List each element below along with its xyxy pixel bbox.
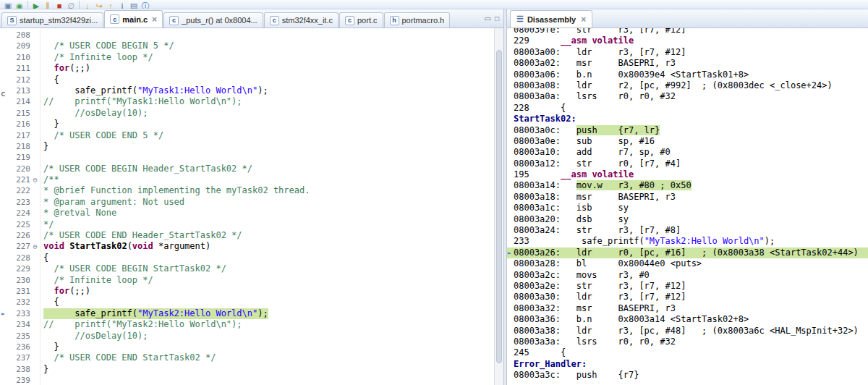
disassembly-line[interactable]: 08003a18: msr BASEPRI, r3	[507, 192, 868, 203]
disassembly-icon: ☰	[516, 14, 524, 24]
code-line-239[interactable]: 239	[0, 375, 494, 385]
code-line-219[interactable]: 219	[0, 152, 494, 163]
disassembly-line[interactable]: 08003a32: msr BASEPRI, r3	[507, 303, 868, 314]
code-line-222[interactable]: 222* @brief Function implementing the my…	[0, 185, 494, 196]
code-line-215[interactable]: 215 //osDelay(10);	[0, 108, 494, 119]
minimized-view-label[interactable]: c	[1, 89, 6, 98]
code-line-229[interactable]: 229 /* USER CODE BEGIN StartTask02 */	[0, 263, 494, 274]
step-over-icon[interactable]: ↪	[93, 1, 105, 9]
code-line-209[interactable]: 209 /* USER CODE BEGIN 5 */	[0, 41, 494, 51]
instruction-pointer-icon: ►	[1, 309, 5, 318]
suspend-icon[interactable]: ∥	[42, 1, 54, 9]
code-line-236[interactable]: 236 }	[0, 342, 494, 352]
disassembly-line[interactable]: 08003a2e: str r3, [r7, #12]	[507, 281, 868, 292]
disassembly-line[interactable]: 08003a00: ldr r3, [r7, #12]	[507, 47, 868, 58]
disassembly-line[interactable]: StartTask02:	[507, 114, 868, 124]
scrollbar-thumb[interactable]	[496, 50, 502, 364]
code-line-221[interactable]: 221⊖/**	[0, 174, 494, 185]
disassembly-line[interactable]: 08003a36: b.n 0x8003a14 <StartTask02+8>	[507, 314, 868, 325]
disassembly-line[interactable]: 08003a2c: movs r3, #0	[507, 270, 868, 281]
close-icon[interactable]: ×	[581, 15, 586, 24]
code-line-208[interactable]: 208	[0, 30, 494, 41]
disassembly-line[interactable]: 228 {	[507, 103, 868, 114]
disassembly-line[interactable]: 229 __asm volatile	[507, 35, 868, 46]
disassembly-line[interactable]: 245 {	[507, 347, 868, 358]
close-icon[interactable]: ×	[152, 15, 157, 24]
editor-tab-puts-r[interactable]: c_puts_r() at 0x8004...	[163, 12, 263, 28]
step-return-icon[interactable]: ↑	[105, 1, 116, 9]
code-line-235[interactable]: 235 //osDelay(10);	[0, 331, 494, 342]
code-line-238[interactable]: 238}	[0, 364, 494, 375]
disassembly-line[interactable]: 08003a30: ldr r3, [r7, #12]	[507, 292, 868, 302]
disassembly-line[interactable]: 08003a12: str r0, [r7, #4]	[507, 158, 868, 169]
code-line-227[interactable]: 227⊖void StartTask02(void *argument)	[0, 241, 494, 252]
disassembly-line[interactable]: 08003a1c: isb sy	[507, 203, 868, 213]
code-line-237[interactable]: 237 /* USER CODE END StartTask02 */	[0, 352, 494, 363]
code-line-234[interactable]: 234// printf("MyTask2:Hello World\n");	[0, 319, 494, 330]
disassembly-line[interactable]: ►08003a26: ldr r0, [pc, #16] ; (0x8003a3…	[507, 248, 868, 258]
disassembly-line[interactable]: 08003a0a: lsrs r0, r0, #32	[507, 91, 868, 102]
code-line-214[interactable]: 214// printf("MyTask1:Hello World\n");	[0, 96, 494, 107]
memory-view-icon[interactable]: ▤	[128, 1, 140, 9]
code-line-232[interactable]: 232 {	[0, 297, 494, 308]
maximize-icon[interactable]: □	[495, 14, 499, 22]
disassembly-line[interactable]: 08003a3a: lsrs r0, r0, #32	[507, 337, 868, 347]
code-line-228[interactable]: 228{	[0, 253, 494, 263]
code-line-223[interactable]: 223* @param argument: Not used	[0, 197, 494, 208]
line-number: 237	[11, 352, 30, 363]
code-line-233[interactable]: ►233 safe_printf("MyTask2:Hello World\n"…	[0, 308, 494, 319]
code-line-211[interactable]: 211 for(;;)	[0, 63, 494, 74]
fold-collapse-icon[interactable]: ⊖	[33, 176, 37, 184]
line-number: 216	[11, 119, 30, 130]
disassembly-line[interactable]: 195 __asm volatile	[507, 169, 868, 180]
disassembly-line[interactable]: 08003a3c: push {r7}	[507, 370, 868, 381]
disassembly-line[interactable]: 08003a38: ldr r3, [pc, #48] ; (0x8003a6c…	[507, 326, 868, 337]
disassembly-line[interactable]: 080039fe: str r3, [r7, #12]	[507, 28, 868, 35]
code-line-212[interactable]: 212 {	[0, 75, 494, 85]
step-into-icon[interactable]: ↓	[82, 1, 93, 9]
code-line-213[interactable]: 213 safe_printf("MyTask1:Hello World\n")…	[0, 85, 494, 96]
editor-tab-main-c[interactable]: cmain.c×	[104, 10, 163, 28]
code-line-225[interactable]: 225*/	[0, 219, 494, 230]
code-line-217[interactable]: 217 /* USER CODE END 5 */	[0, 130, 494, 141]
minimize-icon[interactable]: ▭	[485, 14, 491, 22]
code-line-220[interactable]: 220/* USER CODE BEGIN Header_StartTask02…	[0, 164, 494, 174]
disassembly-line[interactable]: 08003a20: dsb sy	[507, 214, 868, 225]
disassembly-line[interactable]: 08003a28: bl 0x80044e0 <puts>	[507, 258, 868, 269]
disassembly-line[interactable]: 233 safe_printf("MyTask2:Hello World\n")…	[507, 236, 868, 247]
fold-ruler	[30, 319, 41, 330]
debug-icon[interactable]: ◉	[14, 1, 25, 9]
new-window-icon[interactable]: ▣	[2, 1, 14, 9]
code-line-226[interactable]: 226/* USER CODE END Header_StartTask02 *…	[0, 230, 494, 241]
disassembly-line[interactable]: 08003a06: b.n 0x80039e4 <StartTask01+8>	[507, 69, 868, 80]
tab-disassembly[interactable]: ☰ Disassembly ×	[510, 10, 592, 28]
disassembly-line[interactable]: 08003a0c: push {r7, lr}	[507, 125, 868, 136]
disassembly-line[interactable]: 08003a10: add r7, sp, #0	[507, 147, 868, 158]
code-line-210[interactable]: 210 /* Infinite loop */	[0, 52, 494, 63]
code-line-231[interactable]: 231 for(;;)	[0, 286, 494, 297]
code-token: 08003a0c:	[514, 125, 576, 135]
code-line-230[interactable]: 230 /* Infinite loop */	[0, 275, 494, 286]
resume-icon[interactable]: ▶	[30, 1, 42, 9]
disassembly-line[interactable]: 08003a24: str r3, [r7, #8]	[507, 225, 868, 236]
editor-tab-stm32f4xx-it[interactable]: cstm32f4xx_it.c	[264, 12, 339, 28]
code-line-216[interactable]: 216 }	[0, 119, 494, 130]
disassembly-content[interactable]: 080039fe: str r3, [r7, #12]229 __asm vol…	[507, 28, 868, 385]
code-line-224[interactable]: 224* @retval None	[0, 208, 494, 219]
disassembly-line[interactable]: Error_Handler:	[507, 359, 868, 370]
editor-tab-port-c[interactable]: cport.c	[339, 12, 383, 28]
fold-collapse-icon[interactable]: ⊖	[33, 242, 37, 250]
disassembly-line[interactable]: 08003a0e: sub sp, #16	[507, 136, 868, 147]
terminate-icon[interactable]: ■	[54, 1, 65, 9]
info-icon[interactable]: ⓘ	[140, 1, 151, 9]
source-editor[interactable]: 208209 /* USER CODE BEGIN 5 */210 /* Inf…	[0, 28, 494, 385]
editor-scrollbar[interactable]	[494, 28, 503, 385]
disassembly-line[interactable]: 08003a14: mov.w r3, #80 ; 0x50	[507, 180, 868, 191]
editor-tab-startup[interactable]: Sstartup_stm32f429zi...	[1, 12, 103, 28]
disconnect-icon[interactable]: ∅	[65, 1, 77, 9]
instruction-stepping-icon[interactable]: i	[116, 1, 128, 9]
editor-tab-portmacro-h[interactable]: hportmacro.h	[384, 12, 451, 28]
code-line-218[interactable]: 218}	[0, 141, 494, 152]
disassembly-line[interactable]: 08003a08: ldr r2, [pc, #992] ; (0x8003de…	[507, 80, 868, 91]
disassembly-line[interactable]: 08003a02: msr BASEPRI, r3	[507, 58, 868, 69]
